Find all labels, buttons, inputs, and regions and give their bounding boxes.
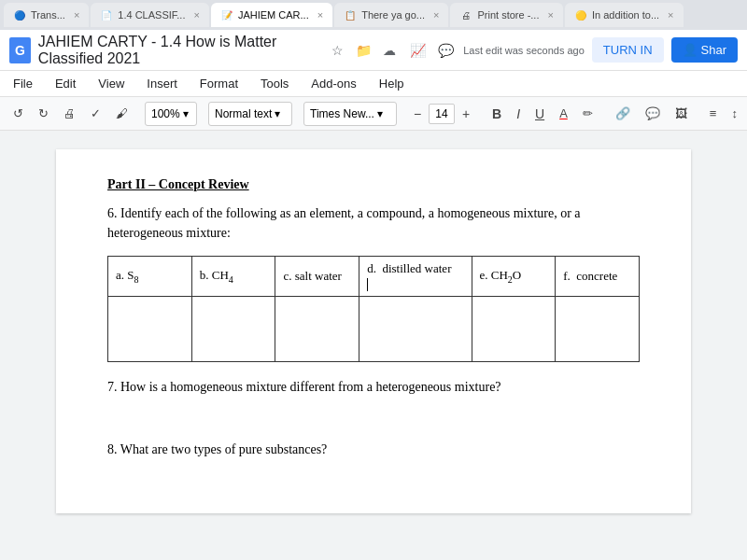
share-button[interactable]: 👤 Shar bbox=[671, 37, 738, 63]
tab-inaddition[interactable]: 🟡 In addition to... × bbox=[565, 3, 684, 27]
table-answer-row bbox=[108, 297, 640, 362]
tab-there[interactable]: 📋 There ya go... × bbox=[334, 3, 448, 27]
tab-trans-close[interactable]: × bbox=[74, 9, 79, 21]
table-answer-c[interactable] bbox=[275, 297, 359, 362]
person-icon: 👤 bbox=[683, 43, 698, 57]
turn-in-button[interactable]: TURN IN bbox=[592, 37, 664, 63]
font-size-control: − + bbox=[408, 104, 475, 124]
tab-jahiem-label: JAHIEM CAR... bbox=[238, 9, 309, 21]
font-select[interactable]: Times New... ▾ bbox=[303, 102, 397, 126]
trend-icon[interactable]: 📈 bbox=[407, 40, 428, 61]
undo-button[interactable]: ↺ bbox=[7, 102, 29, 126]
menu-addons[interactable]: Add-ons bbox=[307, 75, 359, 92]
doc-icon: G bbox=[9, 37, 31, 63]
tab-inaddition-label: In addition to... bbox=[592, 9, 659, 21]
print-button[interactable]: 🖨 bbox=[58, 102, 81, 126]
star-icon[interactable]: ☆ bbox=[327, 40, 347, 61]
question-6[interactable]: 6. Identify each of the following as an … bbox=[107, 203, 640, 243]
cursor bbox=[367, 278, 368, 291]
tab-inaddition-close[interactable]: × bbox=[668, 9, 673, 21]
bold-button[interactable]: B bbox=[486, 102, 507, 126]
table-cell-d[interactable]: d. distilled water bbox=[359, 257, 472, 297]
spellcheck-button[interactable]: ✓ bbox=[85, 102, 106, 126]
tab-print-label: Print store -... bbox=[477, 9, 539, 21]
link-button[interactable]: 🔗 bbox=[610, 102, 636, 126]
menu-view[interactable]: View bbox=[94, 75, 128, 92]
comment-add-button[interactable]: 💬 bbox=[640, 102, 666, 126]
table-cell-e[interactable]: e. CH2O bbox=[472, 257, 556, 297]
tab-classif-favicon: 📄 bbox=[100, 8, 113, 21]
tab-jahiem-close[interactable]: × bbox=[317, 9, 323, 21]
tab-there-close[interactable]: × bbox=[433, 9, 439, 21]
last-edit: Last edit was seconds ago bbox=[463, 45, 585, 56]
app-bar-right: 📈 💬 Last edit was seconds ago TURN IN 👤 … bbox=[407, 37, 738, 63]
classify-table: a. S8 b. CH4 c. salt water d. distilled … bbox=[107, 256, 640, 362]
font-size-increase[interactable]: + bbox=[457, 104, 475, 124]
italic-button[interactable]: I bbox=[511, 102, 526, 126]
tab-there-favicon: 📋 bbox=[344, 8, 357, 21]
underline-button[interactable]: U bbox=[529, 102, 550, 126]
style-dropdown-icon: ▾ bbox=[275, 107, 280, 120]
menu-bar: File Edit View Insert Format Tools Add-o… bbox=[0, 71, 747, 97]
cloud-icon[interactable]: ☁ bbox=[379, 40, 400, 61]
align-button[interactable]: ≡ bbox=[704, 102, 723, 126]
table-answer-d[interactable] bbox=[359, 297, 472, 362]
page: Part II – Concept Review 6. Identify eac… bbox=[56, 149, 691, 513]
menu-edit[interactable]: Edit bbox=[51, 75, 79, 92]
doc-area: Part II – Concept Review 6. Identify eac… bbox=[0, 131, 747, 532]
tab-trans[interactable]: 🔵 Trans... × bbox=[4, 3, 89, 27]
comment-icon[interactable]: 💬 bbox=[435, 40, 456, 61]
tab-bar: 🔵 Trans... × 📄 1.4 CLASSIF... × 📝 JAHIEM… bbox=[0, 0, 747, 30]
menu-insert[interactable]: Insert bbox=[143, 75, 181, 92]
font-size-decrease[interactable]: − bbox=[408, 104, 427, 124]
redo-button[interactable]: ↻ bbox=[33, 102, 54, 126]
table-cell-b[interactable]: b. CH4 bbox=[191, 257, 275, 297]
zoom-dropdown-icon: ▾ bbox=[183, 107, 189, 120]
table-answer-e[interactable] bbox=[472, 297, 556, 362]
tab-print-favicon: 🖨 bbox=[459, 8, 472, 21]
share-label: Shar bbox=[701, 43, 726, 57]
tab-there-label: There ya go... bbox=[361, 9, 425, 21]
menu-file[interactable]: File bbox=[9, 75, 36, 92]
style-value: Normal text bbox=[215, 107, 272, 120]
tab-print-close[interactable]: × bbox=[548, 9, 554, 21]
table-cell-c[interactable]: c. salt water bbox=[275, 257, 359, 297]
font-dropdown-icon: ▾ bbox=[377, 107, 383, 120]
text-color-button[interactable]: A bbox=[554, 102, 573, 126]
doc-title: JAHIEM CARTY - 1.4 How is Matter Classif… bbox=[38, 34, 319, 67]
toolbar: ↺ ↻ 🖨 ✓ 🖌 100% ▾ Normal text ▾ Times New… bbox=[0, 97, 747, 131]
highlight-button[interactable]: ✏ bbox=[577, 102, 599, 126]
question-7[interactable]: 7. How is a homogeneous mixture differen… bbox=[107, 377, 640, 397]
tab-classif[interactable]: 📄 1.4 CLASSIF... × bbox=[91, 3, 209, 27]
folder-icon[interactable]: 📁 bbox=[353, 40, 374, 61]
table-answer-a[interactable] bbox=[108, 297, 192, 362]
question-8[interactable]: 8. What are two types of pure substances… bbox=[107, 440, 640, 459]
paintformat-button[interactable]: 🖌 bbox=[110, 102, 134, 126]
tab-classif-close[interactable]: × bbox=[193, 9, 199, 21]
table-answer-f[interactable] bbox=[556, 297, 640, 362]
tab-trans-label: Trans... bbox=[31, 9, 65, 21]
table-wrapper: a. S8 b. CH4 c. salt water d. distilled … bbox=[107, 256, 640, 362]
tab-print[interactable]: 🖨 Print store -... × bbox=[450, 3, 562, 27]
font-size-input[interactable] bbox=[429, 104, 455, 124]
table-cell-f[interactable]: f. concrete bbox=[556, 257, 640, 297]
table-header-row: a. S8 b. CH4 c. salt water d. distilled … bbox=[108, 257, 640, 297]
menu-help[interactable]: Help bbox=[375, 75, 408, 92]
tab-jahiem-favicon: 📝 bbox=[220, 8, 233, 21]
app-bar-left: G JAHIEM CARTY - 1.4 How is Matter Class… bbox=[9, 34, 400, 67]
doc-icons: ☆ 📁 ☁ bbox=[327, 40, 400, 61]
menu-tools[interactable]: Tools bbox=[257, 75, 292, 92]
tab-trans-favicon: 🔵 bbox=[13, 8, 26, 21]
menu-format[interactable]: Format bbox=[196, 75, 242, 92]
zoom-value: 100% bbox=[151, 107, 180, 120]
tab-jahiem[interactable]: 📝 JAHIEM CAR... × bbox=[211, 3, 332, 27]
section-title: Part II – Concept Review bbox=[107, 177, 640, 192]
zoom-select[interactable]: 100% ▾ bbox=[145, 102, 197, 126]
image-button[interactable]: 🖼 bbox=[669, 102, 693, 126]
table-cell-a[interactable]: a. S8 bbox=[108, 257, 192, 297]
table-answer-b[interactable] bbox=[191, 297, 275, 362]
linespace-button[interactable]: ↕ bbox=[726, 102, 743, 126]
style-select[interactable]: Normal text ▾ bbox=[208, 102, 292, 126]
font-value: Times New... bbox=[310, 107, 374, 120]
app-bar: G JAHIEM CARTY - 1.4 How is Matter Class… bbox=[0, 30, 747, 71]
